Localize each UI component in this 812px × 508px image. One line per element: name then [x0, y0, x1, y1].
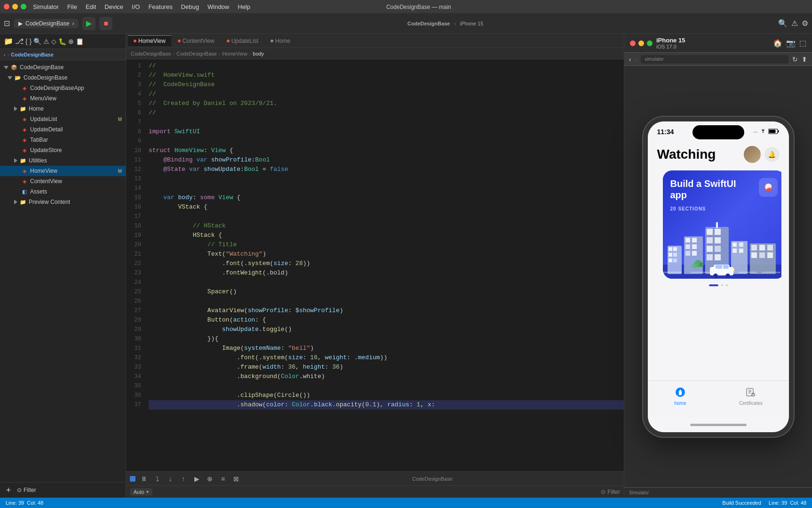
step-over-button[interactable]: ⤵ — [152, 474, 162, 484]
certificates-tab-icon — [744, 386, 757, 399]
reports-btn[interactable]: 📋 — [76, 38, 84, 45]
tree-root[interactable]: 📦 CodeDesignBase — [0, 62, 126, 73]
chevron-icon: › — [72, 20, 74, 27]
sim-share-icon[interactable]: ⬆ — [802, 56, 807, 63]
nav-forward[interactable]: › — [8, 52, 9, 57]
tab-home-item[interactable]: home — [674, 386, 687, 406]
course-card-main[interactable]: Build a SwiftUI app 20 SECTIONS — [663, 170, 781, 279]
breakpoints-toggle[interactable]: ⊕ — [205, 474, 215, 484]
tree-file-updatelist[interactable]: ◈ UpdateList M — [0, 114, 126, 124]
menu-io[interactable]: I/O — [132, 3, 140, 10]
tree-file-homeview[interactable]: ◈ HomeView M — [0, 166, 126, 176]
scheme-selector[interactable]: ▶ CodeDesignBase › — [14, 19, 79, 28]
close-button[interactable] — [4, 4, 9, 9]
svg-rect-26 — [715, 254, 721, 260]
bc-folder[interactable]: CodeDesignBase — [176, 51, 217, 56]
sim-fullscreen[interactable] — [647, 40, 653, 46]
memory-toggle[interactable]: ≡ — [218, 474, 228, 484]
device-info: iPhone 15 iOS 17.0 — [656, 37, 769, 49]
step-into-button[interactable]: ↓ — [166, 474, 175, 484]
tree-file-tabbar[interactable]: ◈ TabBar — [0, 135, 126, 145]
menu-simulator[interactable]: Simulator — [33, 3, 59, 10]
step-out-button[interactable]: ↑ — [179, 474, 188, 484]
sidebar-toggle[interactable]: ⊡ — [4, 19, 10, 28]
source-control-btn[interactable]: ⎇ — [15, 37, 24, 46]
svg-rect-12 — [685, 238, 690, 242]
tab-home[interactable]: Home — [265, 35, 296, 46]
tab-certificates-item[interactable]: Certificates — [739, 386, 763, 406]
dropdown-arrow: ▾ — [146, 489, 149, 494]
bc-project[interactable]: CodeDesignBase — [131, 51, 171, 56]
auto-dropdown[interactable]: Auto ▾ — [130, 488, 152, 496]
svg-rect-48 — [732, 268, 734, 271]
issues-btn[interactable]: ⚠ — [43, 38, 49, 45]
pause-button[interactable]: ⏸ — [139, 474, 149, 484]
tree-file-app[interactable]: ◈ CodeDesignBaseApp — [0, 83, 126, 93]
menu-debug[interactable]: Debug — [181, 3, 199, 10]
tree-file-updatedetail[interactable]: ◈ UpdateDetail — [0, 124, 126, 135]
filter-area[interactable]: ⊙ Filter — [601, 489, 620, 495]
nav-back[interactable]: ‹ — [4, 52, 6, 57]
symbols-btn[interactable]: { } — [25, 38, 32, 45]
tree-file-menuview[interactable]: ◈ MenuView — [0, 93, 126, 104]
phone-screen[interactable]: 11:34 ··· — [648, 121, 789, 418]
tab-homeview[interactable]: HomeView — [128, 35, 171, 46]
continue-button[interactable]: ▶ — [192, 474, 201, 484]
tree-folder-home[interactable]: 📁 Home — [0, 104, 126, 114]
add-file-button[interactable]: + — [4, 485, 13, 495]
warnings-icon[interactable]: ⚠ — [791, 19, 798, 28]
source-code[interactable]: // // HomeView.swift // CodeDesignBase /… — [145, 59, 624, 471]
card-sections-label: 20 SECTIONS — [670, 206, 706, 211]
rotate-icon[interactable]: ⬚ — [799, 39, 806, 48]
user-avatar[interactable] — [744, 146, 761, 163]
sim-close[interactable] — [630, 40, 636, 46]
tree-file-contentview[interactable]: ◈ ContentView — [0, 176, 126, 186]
sim-refresh-icon[interactable]: ↻ — [792, 56, 798, 63]
menu-file[interactable]: File — [67, 3, 77, 10]
breadcrumb: CodeDesignBase › CodeDesignBase › HomeVi… — [126, 48, 624, 59]
build-run[interactable]: ▶ — [82, 17, 96, 30]
swift-file-icon: ◈ — [21, 95, 28, 102]
code-content-area[interactable]: 12345 678910 1112131415 1617181920 21222… — [126, 59, 624, 471]
svg-rect-17 — [692, 251, 697, 256]
traffic-lights[interactable] — [4, 4, 26, 9]
folder-icon-btn[interactable]: 📁 — [4, 37, 13, 46]
tree-folder-preview[interactable]: 📁 Preview Content — [0, 197, 126, 207]
menu-window[interactable]: Window — [207, 3, 229, 10]
tree-folder-codedesign[interactable]: 📂 CodeDesignBase — [0, 73, 126, 83]
bc-symbol[interactable]: body — [253, 51, 264, 56]
fullscreen-button[interactable] — [21, 4, 26, 9]
build-stop[interactable]: ■ — [99, 17, 112, 30]
bc-sep2: › — [219, 51, 221, 56]
running-indicator: CodeDesignBase — [412, 476, 453, 482]
sim-traffic-lights[interactable] — [630, 40, 653, 46]
sim-back-icon[interactable]: ‹ — [629, 56, 631, 63]
sim-minimize[interactable] — [638, 40, 644, 46]
menu-help[interactable]: Help — [238, 3, 250, 10]
bc-file[interactable]: HomeView — [223, 51, 247, 56]
sidebar-bottom-bar: + ⊙ Filter — [0, 482, 126, 498]
settings-icon[interactable]: ⚙ — [802, 19, 808, 28]
home-icon[interactable]: 🏠 — [773, 39, 782, 48]
tests-btn[interactable]: ◇ — [51, 38, 56, 45]
tree-file-updatestore[interactable]: ◈ UpdateStore — [0, 145, 126, 155]
tree-folder-utilities[interactable]: 📁 Utilities — [0, 155, 126, 166]
search-icon[interactable]: 🔍 — [778, 19, 788, 28]
breakpoints-btn[interactable]: ⊕ — [68, 38, 74, 45]
minimize-button[interactable] — [12, 4, 18, 9]
sim-forward-icon[interactable]: › — [635, 56, 637, 63]
menu-device[interactable]: Device — [104, 3, 123, 10]
tree-file-assets[interactable]: ◧ Assets — [0, 186, 126, 197]
debug-btn-nav[interactable]: 🐛 — [58, 38, 66, 45]
tab-updatelist[interactable]: UpdateList — [221, 35, 264, 46]
bell-button[interactable]: 🔔 — [764, 147, 780, 162]
filter-button[interactable]: ⊙ Filter — [17, 487, 36, 493]
find-btn[interactable]: 🔍 — [33, 38, 41, 45]
screenshot-icon[interactable]: 📷 — [786, 39, 796, 48]
bottom-filter-bar: Auto ▾ ⊙ Filter — [126, 485, 624, 498]
view-toggle[interactable]: ⊠ — [231, 474, 241, 484]
menu-edit[interactable]: Edit — [86, 3, 96, 10]
tab-contentview[interactable]: ContentView — [172, 35, 220, 46]
svg-point-55 — [699, 262, 704, 267]
menu-features[interactable]: Features — [148, 3, 172, 10]
